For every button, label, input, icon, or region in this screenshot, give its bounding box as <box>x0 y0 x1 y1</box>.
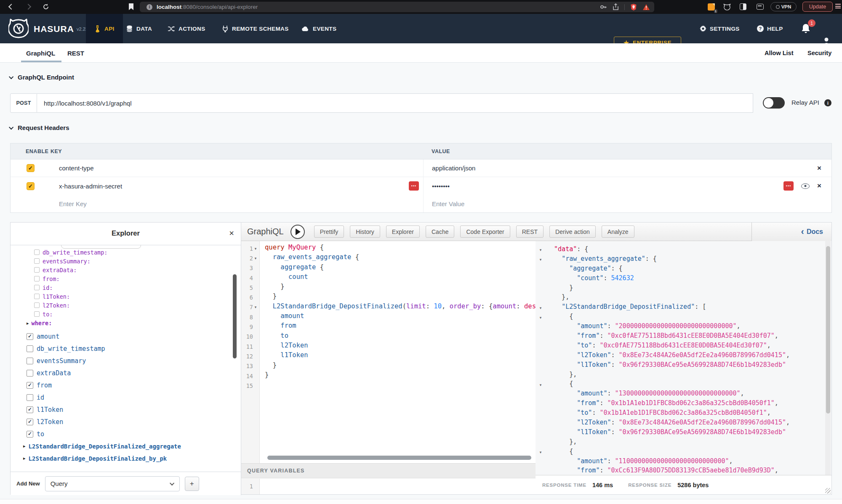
explorer-field-item[interactable]: ✓l1Token <box>27 403 241 416</box>
argument-checkbox[interactable] <box>34 302 40 308</box>
browser-menu-button[interactable] <box>835 4 841 8</box>
fold-arrow-icon[interactable]: ▾ <box>253 256 258 260</box>
argument-checkbox[interactable] <box>34 267 40 273</box>
toolbar-button-code-exporter[interactable]: Code Exporter <box>460 225 510 238</box>
new-header-value-input[interactable]: Enter Value <box>432 200 464 207</box>
explorer-field-item[interactable]: ✓from <box>27 379 241 391</box>
toolbar-button-analyze[interactable]: Analyze <box>602 225 634 238</box>
extension-wallet-button[interactable] <box>755 2 765 11</box>
explorer-field-item[interactable]: db_write_timestamp <box>27 342 241 355</box>
graphql-endpoint-section-header[interactable]: GraphQL Endpoint <box>10 74 74 81</box>
reveal-value-eye-icon[interactable] <box>801 183 810 189</box>
browser-update-button[interactable]: Update <box>802 2 833 12</box>
explorer-close-button[interactable]: × <box>229 228 234 238</box>
field-checkbox[interactable] <box>27 370 33 377</box>
fold-arrow-icon[interactable]: ▾ <box>538 316 543 320</box>
request-headers-section-header[interactable]: Request Headers <box>10 124 69 131</box>
argument-checkbox[interactable] <box>34 311 40 317</box>
toolbar-button-prettify[interactable]: Prettify <box>314 225 344 238</box>
argument-checkbox[interactable] <box>34 258 40 264</box>
site-info-icon[interactable]: i <box>147 4 152 10</box>
explorer-where-item[interactable]: ▸ where: <box>27 318 241 328</box>
query-horizontal-scrollbar[interactable] <box>267 456 531 460</box>
argument-checkbox[interactable] <box>34 294 40 299</box>
explorer-field-item[interactable]: ✓to <box>27 428 241 440</box>
toolbar-button-history[interactable]: History <box>350 225 380 238</box>
bookmark-button[interactable] <box>126 2 136 11</box>
browser-back-button[interactable] <box>7 2 16 11</box>
allow-list-link[interactable]: Allow List <box>765 43 793 63</box>
toolbar-button-explorer[interactable]: Explorer <box>386 225 420 238</box>
relay-info-icon[interactable]: i <box>824 99 831 106</box>
key-icon[interactable] <box>600 3 607 11</box>
explorer-field-item[interactable]: extraData <box>27 367 241 379</box>
explorer-scrollbar-thumb[interactable] <box>233 274 237 358</box>
query-code-area[interactable]: query MyQuery { raw_events_aggregate { a… <box>260 241 536 463</box>
extension-notes-button[interactable]: 1 <box>706 2 716 11</box>
field-checkbox[interactable]: ✓ <box>27 382 33 389</box>
toolbar-button-rest[interactable]: REST <box>516 225 544 238</box>
vpn-button[interactable]: VPN <box>770 2 797 11</box>
explorer-expandable-item[interactable]: ▸L2StandardBridge_DepositFinalized_by_pk <box>23 452 241 464</box>
field-checkbox[interactable]: ✓ <box>27 333 33 340</box>
remove-header-button[interactable]: × <box>817 182 821 190</box>
field-checkbox[interactable]: ✓ <box>27 406 33 413</box>
extension-animal-button[interactable] <box>722 2 732 11</box>
nav-tab-events[interactable]: EVENTS <box>301 14 336 43</box>
warning-triangle-icon[interactable] <box>642 4 650 11</box>
explorer-field-item[interactable]: ✓l2Token <box>27 416 241 428</box>
explorer-argument-item[interactable]: to: <box>34 310 241 318</box>
explorer-argument-item[interactable]: id: <box>34 283 241 292</box>
hasura-logo[interactable] <box>8 19 29 40</box>
header-enable-checkbox[interactable]: ✓ <box>27 182 35 190</box>
explorer-argument-item[interactable]: l2Token: <box>34 301 241 310</box>
field-checkbox[interactable] <box>27 394 33 401</box>
help-button[interactable]: ? HELP <box>757 14 783 43</box>
fold-arrow-icon[interactable]: ▾ <box>253 247 258 251</box>
explorer-argument-item[interactable]: db_write_timestamp: <box>34 248 241 257</box>
response-scrollbar-thumb[interactable] <box>826 246 830 414</box>
security-link[interactable]: Security <box>807 43 831 63</box>
fold-arrow-icon[interactable]: ▾ <box>538 257 543 262</box>
explorer-argument-item[interactable]: eventsSummary: <box>34 257 241 265</box>
tab-graphiql[interactable]: GraphiQL <box>26 43 55 63</box>
execute-query-button[interactable] <box>290 225 305 239</box>
browser-forward-button[interactable] <box>24 2 33 11</box>
password-manager-icon[interactable]: ••• <box>783 181 794 191</box>
fold-arrow-icon[interactable]: ▾ <box>538 450 543 454</box>
remove-header-button[interactable]: × <box>817 164 821 172</box>
relay-api-toggle[interactable] <box>763 97 785 109</box>
explorer-field-item[interactable]: ✓amount <box>27 330 241 342</box>
nav-tab-actions[interactable]: ACTIONS <box>168 14 205 43</box>
argument-checkbox[interactable] <box>34 249 40 255</box>
settings-button[interactable]: SETTINGS <box>700 14 740 43</box>
tab-rest[interactable]: REST <box>67 43 84 63</box>
fold-arrow-icon[interactable]: ▾ <box>253 305 258 309</box>
explorer-argument-item[interactable]: l1Token: <box>34 292 241 301</box>
add-new-operation-select[interactable]: Query <box>45 476 180 491</box>
url-bar[interactable]: i localhost:8080/console/api/api-explore… <box>140 2 654 12</box>
graphql-endpoint-input[interactable]: http://localhost:8080/v1/graphql <box>37 93 753 113</box>
password-manager-icon[interactable]: ••• <box>409 181 419 191</box>
explorer-argument-item[interactable]: from: <box>34 274 241 283</box>
query-variables-header[interactable]: QUERY VARIABLES <box>241 463 536 478</box>
share-icon[interactable] <box>613 3 619 11</box>
argument-checkbox[interactable] <box>34 285 40 290</box>
toolbar-button-derive-action[interactable]: Derive action <box>549 225 596 238</box>
browser-reload-button[interactable] <box>41 2 51 11</box>
header-key-input[interactable]: content-type <box>51 164 94 172</box>
query-variables-editor[interactable]: 1 <box>241 479 536 494</box>
toolbar-button-cache[interactable]: Cache <box>426 225 454 238</box>
explorer-expandable-item[interactable]: ▸L2StandardBridge_DepositFinalized_aggre… <box>23 440 241 452</box>
resize-handle[interactable] <box>825 488 831 493</box>
brave-shield-icon[interactable] <box>630 3 637 11</box>
explorer-field-item[interactable]: eventsSummary <box>27 355 241 367</box>
docs-toggle[interactable]: ‹ Docs <box>751 223 831 241</box>
field-checkbox[interactable] <box>27 358 33 364</box>
nav-tab-data[interactable]: DATA <box>126 14 152 43</box>
extension-darkmode-button[interactable] <box>738 2 748 11</box>
field-checkbox[interactable]: ✓ <box>27 431 33 438</box>
nav-tab-remote-schemas[interactable]: REMOTE SCHEMAS <box>222 14 289 43</box>
response-json-viewer[interactable]: "data": { "raw_events_aggregate": { "agg… <box>546 241 826 476</box>
fold-arrow-icon[interactable]: ▾ <box>538 248 543 252</box>
